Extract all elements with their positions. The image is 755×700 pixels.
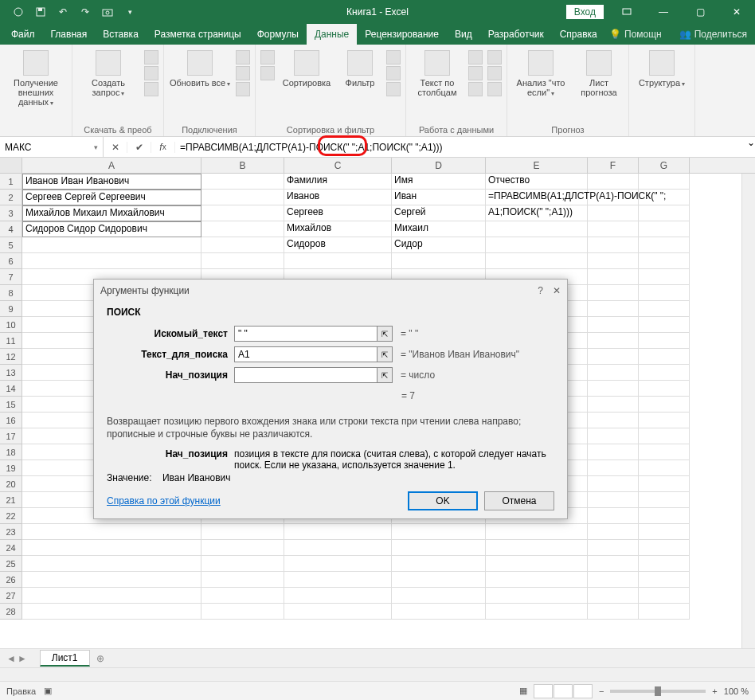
cell-E3[interactable]: A1;ПОИСК(" ";A1))) (486, 205, 588, 221)
consolidate-icon[interactable] (487, 50, 502, 65)
row-header[interactable]: 27 (0, 588, 22, 604)
arg-input-1[interactable] (234, 346, 378, 362)
row-header[interactable]: 1 (0, 174, 22, 190)
sheet-nav-prev-icon[interactable]: ◄ (6, 653, 16, 664)
camera-icon[interactable] (97, 2, 118, 22)
cell-A1[interactable]: Иванов Иван Иванович (22, 174, 201, 190)
cell-F3[interactable] (588, 205, 639, 221)
dialog-close-icon[interactable]: ✕ (553, 285, 561, 296)
cell-B4[interactable] (201, 221, 284, 237)
cell-E1[interactable]: Отчество (486, 174, 588, 190)
cell-B25[interactable] (201, 556, 284, 572)
page-break-view-icon[interactable] (573, 684, 593, 698)
zoom-slider[interactable] (610, 690, 706, 693)
cell-E4[interactable] (486, 221, 588, 237)
cell-A4[interactable]: Сидоров Сидор Сидорович (22, 221, 201, 237)
data-model-icon[interactable] (487, 82, 502, 96)
row-header[interactable]: 7 (0, 269, 22, 285)
cell-G26[interactable] (639, 572, 690, 588)
cell-C1[interactable]: Фамилия (284, 174, 392, 190)
row-header[interactable]: 20 (0, 476, 22, 492)
cell-G28[interactable] (639, 604, 690, 620)
cell-D4[interactable]: Михаил (392, 221, 486, 237)
outline-button[interactable]: Структура (634, 47, 690, 88)
column-header-D[interactable]: D (392, 158, 486, 173)
cell-F1[interactable] (588, 174, 639, 190)
cell-E28[interactable] (486, 604, 588, 620)
ribbon-tab-Вид[interactable]: Вид (447, 24, 480, 45)
cell-G19[interactable] (639, 460, 690, 476)
zoom-out-icon[interactable]: − (599, 686, 604, 696)
column-headers[interactable]: ABCDEFG (0, 158, 755, 174)
filter-button[interactable]: Фильтр (338, 47, 381, 88)
cell-D1[interactable]: Имя (392, 174, 486, 190)
share-icon[interactable]: 👥 (679, 29, 691, 40)
cell-G18[interactable] (639, 444, 690, 460)
row-header[interactable]: 6 (0, 253, 22, 269)
refresh-all-button[interactable]: Обновить все (169, 47, 231, 88)
ok-button[interactable]: OK (408, 491, 478, 510)
cell-C6[interactable] (284, 253, 392, 269)
ribbon-options-icon[interactable] (608, 0, 645, 24)
cell-E27[interactable] (486, 588, 588, 604)
cell-G7[interactable] (639, 269, 690, 285)
cell-C2[interactable]: Иванов (284, 190, 392, 205)
cell-G15[interactable] (639, 397, 690, 413)
cell-B2[interactable] (201, 190, 284, 205)
page-layout-view-icon[interactable] (554, 684, 573, 698)
row-header[interactable]: 17 (0, 428, 22, 444)
row-header[interactable]: 9 (0, 301, 22, 317)
cell-F5[interactable] (588, 237, 639, 253)
row-header[interactable]: 15 (0, 397, 22, 413)
ribbon-tab-Данные[interactable]: Данные (307, 24, 357, 45)
cell-G20[interactable] (639, 476, 690, 492)
cell-A23[interactable] (22, 524, 201, 540)
cell-F27[interactable] (588, 588, 639, 604)
minimize-button[interactable]: — (645, 0, 682, 24)
cancel-button[interactable]: Отмена (484, 491, 554, 510)
row-header[interactable]: 11 (0, 333, 22, 349)
ribbon-tab-Разметка страницы[interactable]: Разметка страницы (147, 24, 249, 45)
data-validation-icon[interactable] (468, 82, 483, 96)
collapse-dialog-icon[interactable]: ⇱ (377, 326, 393, 342)
cell-A2[interactable]: Сергеев Сергей Сергеевич (22, 190, 201, 205)
cell-B27[interactable] (201, 588, 284, 604)
row-header[interactable]: 21 (0, 492, 22, 508)
cell-F23[interactable] (588, 524, 639, 540)
column-header-F[interactable]: F (588, 158, 639, 173)
cell-F11[interactable] (588, 333, 639, 349)
maximize-button[interactable]: ▢ (682, 0, 718, 24)
cell-G10[interactable] (639, 317, 690, 333)
cell-D3[interactable]: Сергей (392, 205, 486, 221)
login-button[interactable]: Вход (566, 5, 604, 19)
from-table-icon[interactable] (144, 66, 158, 80)
row-header[interactable]: 4 (0, 221, 22, 237)
cell-G23[interactable] (639, 524, 690, 540)
cell-E25[interactable] (486, 556, 588, 572)
arg-input-2[interactable] (234, 367, 378, 383)
ribbon-tab-Главная[interactable]: Главная (43, 24, 96, 45)
cell-F28[interactable] (588, 604, 639, 620)
share-label[interactable]: Поделиться (694, 29, 747, 40)
cell-G8[interactable] (639, 285, 690, 301)
sheet-nav-next-icon[interactable]: ► (18, 653, 27, 664)
cell-F13[interactable] (588, 365, 639, 381)
cell-B23[interactable] (201, 524, 284, 540)
undo-icon[interactable]: ↶ (53, 2, 73, 22)
collapse-dialog-icon[interactable]: ⇱ (377, 346, 393, 362)
cell-G11[interactable] (639, 333, 690, 349)
collapse-dialog-icon[interactable]: ⇱ (377, 367, 393, 383)
cell-F2[interactable] (588, 190, 639, 205)
cell-D28[interactable] (392, 604, 486, 620)
cell-G12[interactable] (639, 349, 690, 365)
zoom-in-icon[interactable]: + (712, 686, 717, 696)
cell-B3[interactable] (201, 205, 284, 221)
relationships-icon[interactable] (487, 66, 502, 80)
cell-F21[interactable] (588, 492, 639, 508)
cell-E5[interactable] (486, 237, 588, 253)
advanced-filter-icon[interactable] (386, 82, 401, 96)
cell-A27[interactable] (22, 588, 201, 604)
normal-view-icon[interactable] (534, 684, 553, 698)
cell-E24[interactable] (486, 540, 588, 556)
recent-sources-icon[interactable] (144, 82, 158, 96)
